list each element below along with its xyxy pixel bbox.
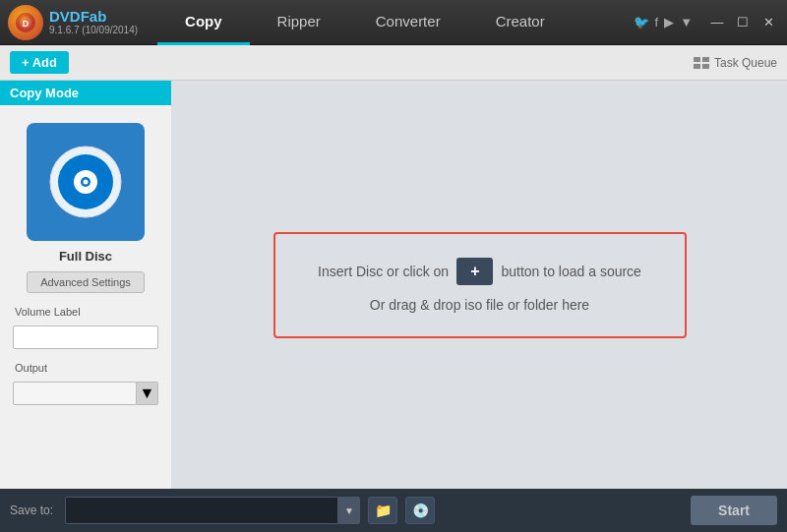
disc-icon: 💿	[412, 502, 429, 518]
task-queue-icon	[694, 57, 709, 69]
insert-text-2: button to load a source	[501, 264, 640, 279]
logo-text-block: DVDFab 9.1.6.7 (10/09/2014)	[49, 9, 138, 36]
save-path-wrap: ▼	[65, 497, 360, 524]
add-button[interactable]: + Add	[10, 51, 69, 74]
folder-icon: 📁	[375, 502, 392, 518]
close-button[interactable]: ✕	[757, 12, 779, 33]
twitter-icon[interactable]: 🐦	[634, 15, 649, 30]
volume-label-input[interactable]	[13, 325, 158, 349]
tab-converter[interactable]: Converter	[348, 0, 468, 45]
main-nav: Copy Ripper Converter Creator	[157, 0, 633, 45]
add-source-button[interactable]: +	[456, 258, 493, 285]
insert-text-1: Insert Disc or click on	[318, 264, 449, 279]
copy-mode-label: Copy Mode	[0, 81, 171, 105]
logo-area: D DVDFab 9.1.6.7 (10/09/2014)	[8, 5, 138, 40]
start-button[interactable]: Start	[691, 496, 777, 525]
social-icons: 🐦 f ▶ ▼	[634, 15, 694, 30]
task-queue-button[interactable]: Task Queue	[694, 56, 777, 70]
title-bar: D DVDFab 9.1.6.7 (10/09/2014) Copy Rippe…	[0, 0, 787, 45]
main-area: Copy Mode Full Disc Advanced Settings Vo…	[0, 81, 787, 489]
save-to-label: Save to:	[10, 503, 53, 517]
app-logo: D	[8, 5, 43, 40]
volume-label-field-label: Volume Label	[15, 306, 81, 318]
sidebar-content: Full Disc Advanced Settings Volume Label…	[0, 105, 171, 415]
insert-disc-row: Insert Disc or click on + button to load…	[318, 258, 641, 285]
restore-button[interactable]: ☐	[732, 12, 754, 33]
disc-burn-button[interactable]: 💿	[405, 497, 435, 524]
output-field-label: Output	[15, 362, 47, 374]
app-name: DVDFab	[49, 9, 138, 26]
app-version: 9.1.6.7 (10/09/2014)	[49, 25, 138, 35]
youtube-icon[interactable]: ▶	[664, 15, 674, 30]
toolbar: + Add Task Queue	[0, 45, 787, 81]
svg-text:D: D	[23, 19, 30, 29]
full-disc-label: Full Disc	[59, 249, 112, 264]
tab-creator[interactable]: Creator	[468, 0, 573, 45]
output-select[interactable]	[13, 382, 137, 405]
advanced-settings-button[interactable]: Advanced Settings	[27, 271, 145, 293]
full-disc-icon[interactable]	[27, 123, 145, 241]
tab-ripper[interactable]: Ripper	[250, 0, 348, 45]
facebook-icon[interactable]: f	[655, 15, 659, 30]
output-select-arrow[interactable]: ▼	[137, 382, 158, 405]
bottom-bar: Save to: ▼ 📁 💿 Start	[0, 489, 787, 532]
save-path-arrow[interactable]: ▼	[338, 497, 360, 524]
drop-zone[interactable]: Insert Disc or click on + button to load…	[273, 232, 687, 338]
svg-point-9	[84, 180, 89, 185]
tab-copy[interactable]: Copy	[157, 0, 250, 45]
minimize-button[interactable]: —	[706, 12, 728, 33]
disc-svg	[46, 143, 125, 221]
task-queue-label: Task Queue	[714, 56, 777, 70]
content-area: Insert Disc or click on + button to load…	[172, 81, 787, 489]
save-path-select[interactable]	[65, 497, 338, 524]
window-controls: 🐦 f ▶ ▼ — ☐ ✕	[634, 12, 780, 33]
sidebar: Copy Mode Full Disc Advanced Settings Vo…	[0, 81, 172, 489]
browse-folder-button[interactable]: 📁	[368, 497, 397, 524]
output-select-wrap: ▼	[13, 382, 158, 405]
dropdown-icon[interactable]: ▼	[680, 15, 693, 30]
drag-drop-text: Or drag & drop iso file or folder here	[370, 297, 589, 313]
